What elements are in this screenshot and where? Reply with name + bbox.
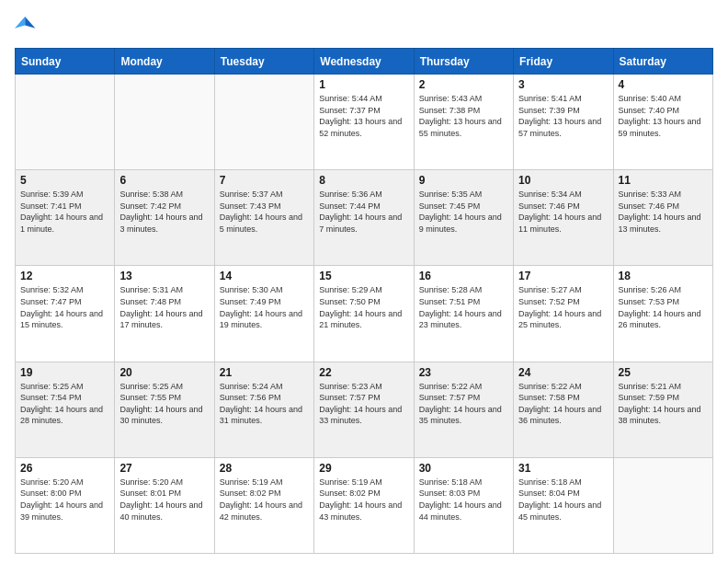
day-number: 31 xyxy=(518,462,608,475)
day-info: Sunrise: 5:33 AMSunset: 7:46 PMDaylight:… xyxy=(619,189,708,235)
col-header-saturday: Saturday xyxy=(613,49,712,75)
week-row-1: 1Sunrise: 5:44 AMSunset: 7:37 PMDaylight… xyxy=(16,75,713,170)
day-number: 20 xyxy=(119,366,209,379)
day-cell: 23Sunrise: 5:22 AMSunset: 7:57 PMDayligh… xyxy=(414,362,513,457)
day-number: 21 xyxy=(220,366,309,379)
day-number: 7 xyxy=(220,174,309,187)
day-cell: 17Sunrise: 5:27 AMSunset: 7:52 PMDayligh… xyxy=(514,266,613,362)
day-cell: 20Sunrise: 5:25 AMSunset: 7:55 PMDayligh… xyxy=(115,362,214,457)
day-number: 8 xyxy=(319,174,408,187)
svg-marker-0 xyxy=(25,17,35,29)
day-number: 13 xyxy=(119,270,209,282)
day-info: Sunrise: 5:29 AMSunset: 7:50 PMDaylight:… xyxy=(319,284,408,330)
calendar: SundayMondayTuesdayWednesdayThursdayFrid… xyxy=(15,48,713,554)
day-info: Sunrise: 5:25 AMSunset: 7:54 PMDaylight:… xyxy=(20,381,109,427)
day-info: Sunrise: 5:39 AMSunset: 7:41 PMDaylight:… xyxy=(20,189,109,235)
day-info: Sunrise: 5:32 AMSunset: 7:47 PMDaylight:… xyxy=(20,284,109,330)
day-cell: 30Sunrise: 5:18 AMSunset: 8:03 PMDayligh… xyxy=(414,457,513,553)
page: SundayMondayTuesdayWednesdayThursdayFrid… xyxy=(0,0,728,563)
day-info: Sunrise: 5:36 AMSunset: 7:44 PMDaylight:… xyxy=(319,189,408,235)
day-number: 2 xyxy=(419,78,508,91)
day-number: 29 xyxy=(319,462,408,475)
day-cell: 24Sunrise: 5:22 AMSunset: 7:58 PMDayligh… xyxy=(514,362,613,457)
day-info: Sunrise: 5:23 AMSunset: 7:57 PMDaylight:… xyxy=(319,381,408,427)
day-cell: 29Sunrise: 5:19 AMSunset: 8:02 PMDayligh… xyxy=(314,457,414,553)
day-info: Sunrise: 5:37 AMSunset: 7:43 PMDaylight:… xyxy=(220,189,309,235)
col-header-sunday: Sunday xyxy=(16,49,115,75)
col-header-monday: Monday xyxy=(115,49,214,75)
day-number: 25 xyxy=(619,366,708,379)
day-info: Sunrise: 5:31 AMSunset: 7:48 PMDaylight:… xyxy=(119,284,209,330)
day-info: Sunrise: 5:30 AMSunset: 7:49 PMDaylight:… xyxy=(220,284,309,330)
day-number: 16 xyxy=(419,270,508,282)
week-row-5: 26Sunrise: 5:20 AMSunset: 8:00 PMDayligh… xyxy=(16,457,713,553)
day-cell: 25Sunrise: 5:21 AMSunset: 7:59 PMDayligh… xyxy=(613,362,712,457)
day-number: 23 xyxy=(419,366,508,379)
day-number: 9 xyxy=(419,174,508,187)
day-info: Sunrise: 5:24 AMSunset: 7:56 PMDaylight:… xyxy=(220,381,309,427)
day-info: Sunrise: 5:38 AMSunset: 7:42 PMDaylight:… xyxy=(119,189,209,235)
day-cell: 2Sunrise: 5:43 AMSunset: 7:38 PMDaylight… xyxy=(414,75,513,170)
day-number: 4 xyxy=(619,78,708,91)
day-number: 30 xyxy=(419,462,508,475)
day-info: Sunrise: 5:18 AMSunset: 8:04 PMDaylight:… xyxy=(518,477,608,523)
day-info: Sunrise: 5:20 AMSunset: 8:01 PMDaylight:… xyxy=(119,477,209,523)
day-cell: 21Sunrise: 5:24 AMSunset: 7:56 PMDayligh… xyxy=(214,362,313,457)
week-row-2: 5Sunrise: 5:39 AMSunset: 7:41 PMDaylight… xyxy=(16,170,713,266)
day-number: 10 xyxy=(518,174,608,187)
day-cell: 6Sunrise: 5:38 AMSunset: 7:42 PMDaylight… xyxy=(115,170,214,266)
day-cell: 7Sunrise: 5:37 AMSunset: 7:43 PMDaylight… xyxy=(214,170,313,266)
day-number: 14 xyxy=(220,270,309,282)
day-cell: 15Sunrise: 5:29 AMSunset: 7:50 PMDayligh… xyxy=(314,266,414,362)
day-cell: 8Sunrise: 5:36 AMSunset: 7:44 PMDaylight… xyxy=(314,170,414,266)
day-cell: 5Sunrise: 5:39 AMSunset: 7:41 PMDaylight… xyxy=(16,170,115,266)
day-number: 19 xyxy=(20,366,109,379)
col-header-friday: Friday xyxy=(514,49,613,75)
day-number: 28 xyxy=(220,462,309,475)
logo-icon xyxy=(15,13,37,35)
day-cell: 22Sunrise: 5:23 AMSunset: 7:57 PMDayligh… xyxy=(314,362,414,457)
day-info: Sunrise: 5:19 AMSunset: 8:02 PMDaylight:… xyxy=(319,477,408,523)
day-cell: 1Sunrise: 5:44 AMSunset: 7:37 PMDaylight… xyxy=(314,75,414,170)
header xyxy=(15,15,713,39)
day-cell: 11Sunrise: 5:33 AMSunset: 7:46 PMDayligh… xyxy=(613,170,712,266)
day-info: Sunrise: 5:26 AMSunset: 7:53 PMDaylight:… xyxy=(619,284,708,330)
day-cell: 16Sunrise: 5:28 AMSunset: 7:51 PMDayligh… xyxy=(414,266,513,362)
day-cell xyxy=(115,75,214,170)
day-number: 24 xyxy=(518,366,608,379)
day-cell: 13Sunrise: 5:31 AMSunset: 7:48 PMDayligh… xyxy=(115,266,214,362)
day-number: 27 xyxy=(119,462,209,475)
day-number: 15 xyxy=(319,270,408,282)
day-number: 17 xyxy=(518,270,608,282)
day-info: Sunrise: 5:18 AMSunset: 8:03 PMDaylight:… xyxy=(419,477,508,523)
day-number: 3 xyxy=(518,78,608,91)
day-info: Sunrise: 5:34 AMSunset: 7:46 PMDaylight:… xyxy=(518,189,608,235)
day-cell: 4Sunrise: 5:40 AMSunset: 7:40 PMDaylight… xyxy=(613,75,712,170)
day-number: 11 xyxy=(619,174,708,187)
day-cell: 3Sunrise: 5:41 AMSunset: 7:39 PMDaylight… xyxy=(514,75,613,170)
day-cell: 28Sunrise: 5:19 AMSunset: 8:02 PMDayligh… xyxy=(214,457,313,553)
day-cell: 19Sunrise: 5:25 AMSunset: 7:54 PMDayligh… xyxy=(16,362,115,457)
day-info: Sunrise: 5:44 AMSunset: 7:37 PMDaylight:… xyxy=(319,93,408,139)
logo xyxy=(15,15,39,39)
day-cell xyxy=(16,75,115,170)
day-cell: 31Sunrise: 5:18 AMSunset: 8:04 PMDayligh… xyxy=(514,457,613,553)
day-info: Sunrise: 5:40 AMSunset: 7:40 PMDaylight:… xyxy=(619,93,708,139)
day-info: Sunrise: 5:27 AMSunset: 7:52 PMDaylight:… xyxy=(518,284,608,330)
day-info: Sunrise: 5:22 AMSunset: 7:58 PMDaylight:… xyxy=(518,381,608,427)
day-info: Sunrise: 5:41 AMSunset: 7:39 PMDaylight:… xyxy=(518,93,608,139)
day-cell: 9Sunrise: 5:35 AMSunset: 7:45 PMDaylight… xyxy=(414,170,513,266)
day-info: Sunrise: 5:19 AMSunset: 8:02 PMDaylight:… xyxy=(220,477,309,523)
week-row-3: 12Sunrise: 5:32 AMSunset: 7:47 PMDayligh… xyxy=(16,266,713,362)
col-header-thursday: Thursday xyxy=(414,49,513,75)
day-info: Sunrise: 5:43 AMSunset: 7:38 PMDaylight:… xyxy=(419,93,508,139)
day-info: Sunrise: 5:35 AMSunset: 7:45 PMDaylight:… xyxy=(419,189,508,235)
day-cell: 14Sunrise: 5:30 AMSunset: 7:49 PMDayligh… xyxy=(214,266,313,362)
col-header-wednesday: Wednesday xyxy=(314,49,414,75)
day-cell: 26Sunrise: 5:20 AMSunset: 8:00 PMDayligh… xyxy=(16,457,115,553)
week-row-4: 19Sunrise: 5:25 AMSunset: 7:54 PMDayligh… xyxy=(16,362,713,457)
day-cell xyxy=(613,457,712,553)
day-number: 18 xyxy=(619,270,708,282)
calendar-header-row: SundayMondayTuesdayWednesdayThursdayFrid… xyxy=(16,49,713,75)
day-cell: 18Sunrise: 5:26 AMSunset: 7:53 PMDayligh… xyxy=(613,266,712,362)
